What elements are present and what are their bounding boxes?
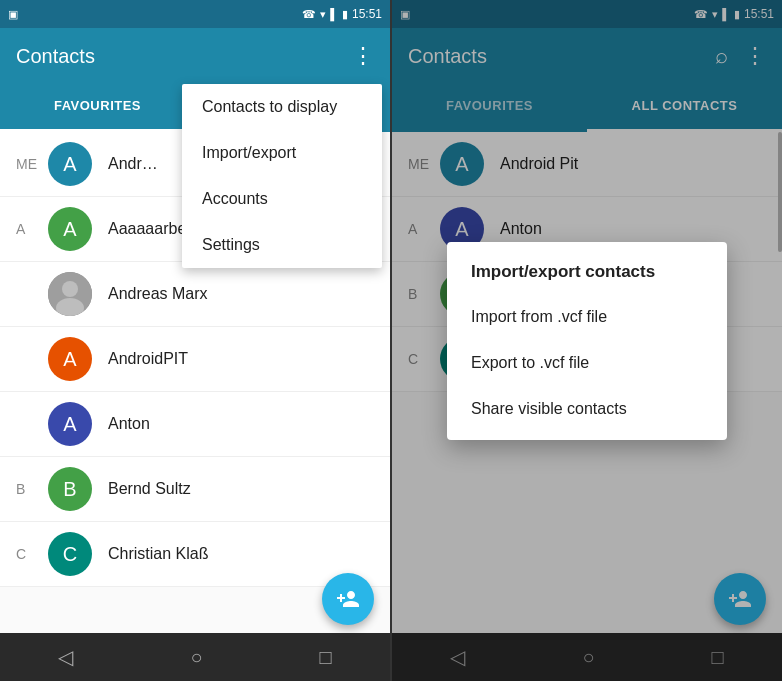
section-a: A (16, 221, 44, 237)
dropdown-menu: Contacts to display Import/export Accoun… (182, 84, 382, 268)
contact-name-androidpit: AndroidPIT (108, 350, 188, 368)
menu-contacts-to-display[interactable]: Contacts to display (182, 84, 382, 130)
dialog-share-visible[interactable]: Share visible contacts (447, 386, 727, 432)
battery-icon: ▮ (342, 8, 348, 21)
avatar-androidpit: A (48, 337, 92, 381)
avatar-bernd: B (48, 467, 92, 511)
contact-row-andreas[interactable]: Andreas Marx (0, 262, 390, 327)
dialog-title: Import/export contacts (447, 262, 727, 294)
phone-icon: ☎ (302, 8, 316, 21)
contact-row-bernd[interactable]: B B Bernd Sultz (0, 457, 390, 522)
section-b: B (16, 481, 44, 497)
section-me: ME (16, 156, 44, 172)
contact-name-andreas: Andreas Marx (108, 285, 208, 303)
nav-home-left[interactable]: ○ (170, 638, 222, 677)
contact-name-anton: Anton (108, 415, 150, 433)
status-bar-left: ▣ ☎ ▾ ▌ ▮ 15:51 (0, 0, 390, 28)
right-panel: ▣ ☎ ▾ ▌ ▮ 15:51 Contacts ⌕ ⋮ FAVOURITES … (392, 0, 782, 681)
section-c: C (16, 546, 44, 562)
contact-row-anton[interactable]: A Anton (0, 392, 390, 457)
nav-back-left[interactable]: ◁ (38, 637, 93, 677)
contact-name-bernd: Bernd Sultz (108, 480, 191, 498)
nav-recents-left[interactable]: □ (299, 638, 351, 677)
signal-bars-icon: ▌ (330, 8, 338, 20)
wifi-icon: ▾ (320, 8, 326, 21)
contact-row-androidpit[interactable]: A AndroidPIT (0, 327, 390, 392)
avatar-me: A (48, 142, 92, 186)
app-bar-left: Contacts ⋮ (0, 28, 390, 84)
avatar-andreas (48, 272, 92, 316)
tab-favourites-left[interactable]: FAVOURITES (0, 84, 195, 132)
app-title-left: Contacts (16, 45, 336, 68)
contact-name-christian: Christian Klaß (108, 545, 208, 563)
menu-import-export[interactable]: Import/export (182, 130, 382, 176)
avatar-aaa: A (48, 207, 92, 251)
overflow-menu-icon[interactable]: ⋮ (352, 43, 374, 69)
status-bar-right-icons: ☎ ▾ ▌ ▮ 15:51 (302, 7, 382, 21)
contact-name-me: Andr… (108, 155, 158, 173)
status-time: 15:51 (352, 7, 382, 21)
menu-settings[interactable]: Settings (182, 222, 382, 268)
svg-point-1 (62, 281, 78, 297)
avatar-anton: A (48, 402, 92, 446)
dialog-overlay[interactable]: Import/export contacts Import from .vcf … (392, 0, 782, 681)
dialog-import-vcf[interactable]: Import from .vcf file (447, 294, 727, 340)
avatar-christian: C (48, 532, 92, 576)
status-bar-left-icons: ▣ (8, 8, 18, 21)
menu-accounts[interactable]: Accounts (182, 176, 382, 222)
import-export-dialog: Import/export contacts Import from .vcf … (447, 242, 727, 440)
dialog-export-vcf[interactable]: Export to .vcf file (447, 340, 727, 386)
fab-add-contact-left[interactable] (322, 573, 374, 625)
bottom-nav-left: ◁ ○ □ (0, 633, 390, 681)
left-panel: ▣ ☎ ▾ ▌ ▮ 15:51 Contacts ⋮ FAVOURITES AL… (0, 0, 390, 681)
signal-icon: ▣ (8, 8, 18, 21)
